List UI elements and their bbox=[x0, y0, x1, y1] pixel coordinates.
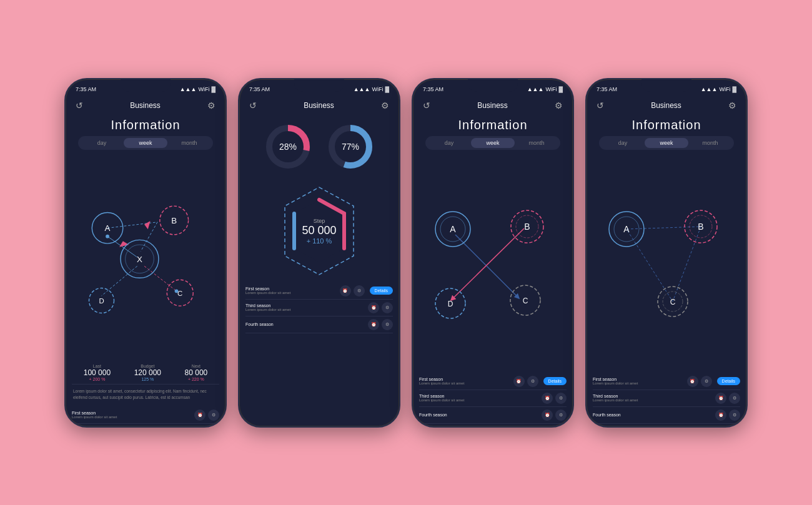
stat-budget-change: 125 % bbox=[134, 377, 161, 381]
back-icon-3[interactable]: ↺ bbox=[423, 101, 430, 110]
settings-icon-sm-3c[interactable]: ⚙ bbox=[555, 409, 567, 421]
tab-month-1[interactable]: month bbox=[167, 138, 211, 148]
stat-next: Next 80 000 + 220 % bbox=[185, 364, 208, 381]
list-item-1: First season Lorem ipsum dolor sit amet … bbox=[72, 407, 219, 424]
season-name-3-1: First season bbox=[419, 377, 513, 381]
settings-icon-sm-1[interactable]: ⚙ bbox=[208, 409, 219, 421]
status-icons-2: ▲▲▲ WiFi ▓ bbox=[354, 86, 389, 92]
svg-marker-6 bbox=[144, 221, 151, 229]
notch-2 bbox=[294, 79, 344, 92]
list-season-3-3: Fourth season ⏰ ⚙ bbox=[419, 407, 567, 424]
list-info-2-1: First season Lorem ipsum dolor sit amet bbox=[245, 287, 340, 295]
svg-text:C: C bbox=[523, 297, 528, 305]
list-info-3-1: First season Lorem ipsum dolor sit amet bbox=[419, 377, 513, 385]
clock-icon-1[interactable]: ⏰ bbox=[194, 409, 205, 421]
clock-icon-4c[interactable]: ⏰ bbox=[715, 409, 726, 421]
settings-icon-sm-4b[interactable]: ⚙ bbox=[729, 393, 740, 404]
nav-bar-4: ↺ Business ⚙ bbox=[587, 96, 746, 115]
season-desc-1: Lorem ipsum dolor sit amet bbox=[72, 415, 194, 419]
status-icons-3: ▲▲▲ WiFi ▓ bbox=[527, 86, 563, 92]
tab-bar-4[interactable]: day week month bbox=[599, 136, 734, 150]
season-name-3-2: Third season bbox=[419, 394, 542, 398]
clock-icon-2c[interactable]: ⏰ bbox=[368, 319, 379, 330]
svg-line-2 bbox=[141, 222, 157, 252]
donut-2-label: 77% bbox=[342, 142, 359, 152]
clock-icon-4b[interactable]: ⏰ bbox=[715, 393, 726, 404]
tab-day-4[interactable]: day bbox=[601, 138, 645, 148]
settings-icon-sm-3[interactable]: ⚙ bbox=[527, 376, 538, 387]
nav-bar-1: ↺ Business ⚙ bbox=[66, 96, 225, 115]
hexagon: Step 50 000 + 110 % bbox=[279, 184, 360, 278]
tab-day-1[interactable]: day bbox=[80, 138, 124, 148]
svg-line-3 bbox=[102, 267, 137, 297]
text-block-1: Lorem ipsum dolor sit amet, consectetur … bbox=[66, 385, 225, 404]
clock-icon-3b[interactable]: ⏰ bbox=[542, 393, 553, 404]
list-icons-3-1: ⏰ ⚙ Details bbox=[513, 376, 567, 387]
settings-icon-1[interactable]: ⚙ bbox=[207, 101, 215, 110]
tab-week-1[interactable]: week bbox=[124, 138, 167, 148]
nav-title-4: Business bbox=[651, 101, 681, 110]
phones-container: 7:35 AM ▲▲▲ WiFi ▓ ↺ Business ⚙ Informat… bbox=[64, 78, 748, 428]
season-desc-4-1: Lorem ipsum dolor sit amet bbox=[593, 381, 687, 385]
clock-icon-4[interactable]: ⏰ bbox=[687, 376, 698, 387]
list-info-2-3: Fourth season bbox=[245, 322, 368, 326]
nav-title-2: Business bbox=[304, 101, 334, 110]
back-icon-4[interactable]: ↺ bbox=[597, 101, 604, 110]
clock-icon-3c[interactable]: ⏰ bbox=[542, 409, 553, 421]
list-season-2-1: First season Lorem ipsum dolor sit amet … bbox=[245, 283, 393, 300]
settings-icon-sm-2b[interactable]: ⚙ bbox=[382, 302, 393, 313]
settings-icon-2[interactable]: ⚙ bbox=[381, 101, 389, 110]
tab-week-4[interactable]: week bbox=[645, 138, 688, 148]
donut-2: 77% bbox=[325, 122, 375, 172]
settings-icon-sm-2[interactable]: ⚙ bbox=[354, 285, 365, 297]
svg-line-1 bbox=[107, 237, 137, 257]
back-icon-1[interactable]: ↺ bbox=[76, 101, 83, 110]
donut-1: 28% bbox=[263, 122, 313, 172]
details-btn-3-1[interactable]: Details bbox=[543, 377, 567, 385]
network-svg-3: A B D C bbox=[424, 200, 562, 325]
svg-line-4 bbox=[144, 267, 176, 292]
phone-4: 7:35 AM ▲▲▲ WiFi ▓ ↺ Business ⚙ Informat… bbox=[585, 78, 748, 428]
list-info-4-2: Third season Lorem ipsum dolor sit amet bbox=[593, 394, 715, 402]
battery-icon: ▓ bbox=[211, 86, 215, 92]
notch-3 bbox=[468, 79, 518, 92]
stat-last-change: + 200 % bbox=[84, 377, 111, 381]
notch-4 bbox=[641, 79, 691, 92]
stat-budget-value: 120 000 bbox=[134, 368, 161, 377]
settings-icon-sm-3b[interactable]: ⚙ bbox=[555, 393, 567, 404]
clock-icon-3[interactable]: ⏰ bbox=[513, 376, 525, 387]
battery-icon-2: ▓ bbox=[385, 86, 389, 92]
tab-month-4[interactable]: month bbox=[688, 138, 732, 148]
settings-icon-sm-4[interactable]: ⚙ bbox=[701, 376, 712, 387]
hex-step-label: Step bbox=[302, 217, 336, 223]
settings-icon-sm-4c[interactable]: ⚙ bbox=[729, 409, 740, 421]
stat-next-label: Next bbox=[185, 364, 208, 368]
tab-bar-3[interactable]: day week month bbox=[425, 136, 560, 150]
clock-icon-2b[interactable]: ⏰ bbox=[368, 302, 379, 313]
clock-icon-2[interactable]: ⏰ bbox=[340, 285, 351, 297]
page-title-1: Information bbox=[66, 115, 225, 136]
stat-budget-label: Budget bbox=[134, 364, 161, 368]
battery-icon-3: ▓ bbox=[558, 86, 563, 92]
season-name-4-3: Fourth season bbox=[593, 413, 715, 417]
wifi-icon-2: WiFi bbox=[372, 86, 383, 92]
nav-title-1: Business bbox=[130, 101, 161, 110]
tab-week-3[interactable]: week bbox=[471, 138, 515, 148]
details-btn-4-1[interactable]: Details bbox=[717, 377, 740, 385]
tab-bar-1[interactable]: day week month bbox=[78, 136, 213, 150]
settings-icon-3[interactable]: ⚙ bbox=[555, 101, 563, 110]
svg-text:B: B bbox=[698, 222, 703, 232]
battery-icon-4: ▓ bbox=[732, 86, 736, 92]
status-icons-1: ▲▲▲ WiFi ▓ bbox=[180, 86, 215, 92]
list-info-3-3: Fourth season bbox=[419, 413, 542, 417]
svg-text:B: B bbox=[171, 216, 177, 225]
details-btn-2-1[interactable]: Details bbox=[370, 287, 393, 295]
settings-icon-4[interactable]: ⚙ bbox=[728, 101, 736, 110]
back-icon-2[interactable]: ↺ bbox=[249, 101, 257, 110]
signal-icon-4: ▲▲▲ bbox=[701, 86, 718, 92]
tab-month-3[interactable]: month bbox=[515, 138, 558, 148]
chart-area-3: A B D C bbox=[413, 155, 573, 371]
stat-next-change: + 220 % bbox=[185, 377, 208, 381]
settings-icon-sm-2c[interactable]: ⚙ bbox=[382, 319, 393, 330]
tab-day-3[interactable]: day bbox=[427, 138, 471, 148]
